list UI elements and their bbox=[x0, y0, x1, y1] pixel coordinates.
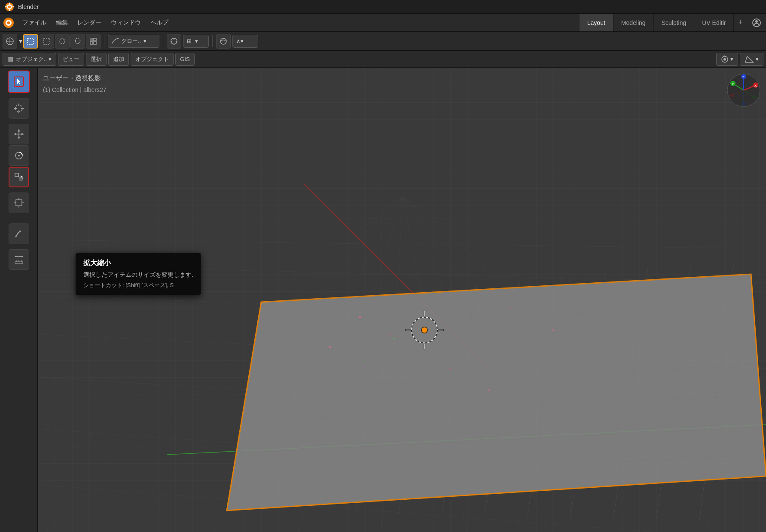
blender-icon bbox=[3, 17, 15, 29]
tool-transform[interactable] bbox=[9, 193, 29, 213]
viewport-gizmo[interactable]: X Y Z bbox=[726, 73, 761, 107]
svg-text:X: X bbox=[754, 84, 757, 88]
select-extra-mode[interactable] bbox=[86, 34, 101, 49]
object-menu[interactable]: オブジェクト bbox=[131, 53, 174, 66]
header-row: オブジェク.. ▾ ビュー 選択 追加 オブジェクト GIS ▾ ▾ bbox=[0, 51, 766, 68]
tab-modeling[interactable]: Modeling bbox=[613, 14, 654, 31]
menu-edit[interactable]: 編集 bbox=[52, 17, 72, 28]
svg-point-34 bbox=[723, 58, 726, 61]
svg-point-120 bbox=[488, 389, 490, 391]
svg-point-31 bbox=[220, 38, 226, 44]
svg-text:Z: Z bbox=[742, 75, 745, 79]
left-sidebar bbox=[0, 68, 38, 532]
svg-point-17 bbox=[60, 39, 65, 44]
blender-logo-icon bbox=[4, 2, 15, 12]
svg-point-118 bbox=[552, 329, 554, 331]
object-mode-label: オブジェク.. bbox=[16, 55, 47, 63]
tab-uv-editing[interactable]: UV Editir bbox=[694, 14, 734, 31]
tool-move[interactable] bbox=[9, 124, 29, 144]
svg-point-138 bbox=[742, 102, 746, 106]
svg-point-117 bbox=[510, 308, 511, 309]
svg-line-48 bbox=[18, 177, 19, 177]
snap-toggle[interactable] bbox=[167, 34, 181, 49]
svg-point-115 bbox=[390, 334, 391, 335]
svg-rect-19 bbox=[94, 38, 96, 41]
select-box-mode[interactable] bbox=[40, 34, 54, 49]
user-preferences-icon[interactable] bbox=[749, 15, 764, 31]
toolbar-separator-2 bbox=[163, 35, 163, 47]
tool-scale[interactable] bbox=[9, 167, 29, 187]
svg-line-22 bbox=[112, 41, 113, 44]
workspace-tabs: Layout Modeling Sculpting UV Editir + bbox=[580, 14, 764, 31]
viewport-display-button[interactable]: ▾ bbox=[716, 53, 738, 66]
add-workspace-button[interactable]: + bbox=[734, 14, 747, 31]
svg-rect-20 bbox=[90, 42, 93, 44]
selection-mode-group bbox=[40, 34, 101, 49]
tool-cursor[interactable] bbox=[9, 98, 29, 119]
svg-point-116 bbox=[329, 346, 331, 348]
svg-rect-54 bbox=[15, 262, 23, 263]
menu-window[interactable]: ウィンドウ bbox=[107, 17, 145, 28]
svg-rect-49 bbox=[16, 200, 22, 206]
tooltip-title: 拡大縮小 bbox=[83, 259, 193, 268]
tab-sculpting[interactable]: Sculpting bbox=[654, 14, 695, 31]
tool-rotate[interactable] bbox=[9, 145, 29, 166]
select-box-button[interactable] bbox=[23, 34, 38, 49]
proportional-label: グロー.. bbox=[121, 37, 141, 45]
svg-marker-83 bbox=[227, 274, 766, 511]
select-menu[interactable]: 選択 bbox=[86, 53, 107, 66]
viewport-shading-button[interactable]: ▾ bbox=[740, 53, 763, 66]
svg-rect-46 bbox=[15, 173, 18, 177]
scene-canvas bbox=[38, 68, 766, 532]
transform-orient-dropdown[interactable]: ▾ bbox=[19, 35, 21, 47]
svg-rect-6 bbox=[12, 6, 14, 7]
overlay-button[interactable] bbox=[216, 34, 231, 49]
tooltip-description: 選択したアイテムのサイズを変更します. bbox=[83, 271, 193, 279]
menu-help[interactable]: ヘルプ bbox=[146, 17, 173, 28]
svg-rect-18 bbox=[90, 38, 93, 41]
svg-point-122 bbox=[364, 360, 365, 361]
svg-line-23 bbox=[113, 40, 115, 41]
proportional-editing-dropdown[interactable]: グロー.. ▾ bbox=[108, 35, 159, 48]
tool-select-cursor[interactable] bbox=[8, 70, 30, 93]
toolbar-separator-3 bbox=[212, 35, 213, 47]
svg-rect-4 bbox=[9, 9, 10, 11]
app-title: Blender bbox=[18, 3, 39, 10]
viewport[interactable]: ユーザー・透視投影 (1) Collection | albers27 X Y … bbox=[38, 68, 766, 532]
main-area: ユーザー・透視投影 (1) Collection | albers27 X Y … bbox=[0, 68, 766, 532]
view-menu[interactable]: ビュー bbox=[58, 53, 84, 66]
snap-options-dropdown[interactable]: ⊞ ▾ bbox=[183, 35, 209, 48]
toolbar-separator-1 bbox=[104, 35, 104, 47]
tool-measure[interactable] bbox=[9, 249, 29, 270]
menu-file[interactable]: ファイル bbox=[18, 17, 51, 28]
tooltip-shortcut: ショートカット: [Shift] [スペース], S bbox=[83, 281, 193, 289]
tool-annotate[interactable] bbox=[9, 223, 29, 244]
svg-rect-5 bbox=[5, 6, 7, 7]
tab-layout[interactable]: Layout bbox=[580, 14, 613, 31]
svg-rect-32 bbox=[9, 57, 13, 61]
blender-menu-logo[interactable] bbox=[2, 16, 15, 30]
overlay-dropdown[interactable]: ∧▾ bbox=[232, 35, 258, 48]
proportional-dropdown-arrow: ▾ bbox=[143, 38, 146, 44]
svg-text:Y: Y bbox=[732, 82, 734, 86]
svg-point-11 bbox=[755, 20, 758, 23]
svg-point-134 bbox=[729, 93, 734, 98]
toolbar-row: ▾ bbox=[0, 32, 766, 51]
svg-rect-21 bbox=[94, 42, 96, 44]
add-menu[interactable]: 追加 bbox=[108, 53, 129, 66]
svg-rect-3 bbox=[9, 3, 10, 4]
svg-point-119 bbox=[450, 368, 451, 370]
svg-line-24 bbox=[115, 39, 117, 40]
select-circle-mode[interactable] bbox=[55, 34, 70, 49]
svg-point-114 bbox=[359, 316, 361, 318]
gis-menu[interactable]: GIS bbox=[175, 53, 194, 66]
menu-bar: ファイル 編集 レンダー ウィンドウ ヘルプ Layout Modeling S… bbox=[0, 14, 766, 32]
select-lasso-mode[interactable] bbox=[70, 34, 85, 49]
transform-orientation-button[interactable] bbox=[3, 34, 17, 49]
svg-point-136 bbox=[752, 95, 757, 99]
svg-rect-15 bbox=[27, 38, 34, 44]
svg-rect-16 bbox=[44, 38, 50, 44]
title-bar: Blender bbox=[0, 0, 766, 14]
object-mode-dropdown[interactable]: オブジェク.. ▾ bbox=[3, 53, 56, 66]
menu-render[interactable]: レンダー bbox=[73, 17, 106, 28]
